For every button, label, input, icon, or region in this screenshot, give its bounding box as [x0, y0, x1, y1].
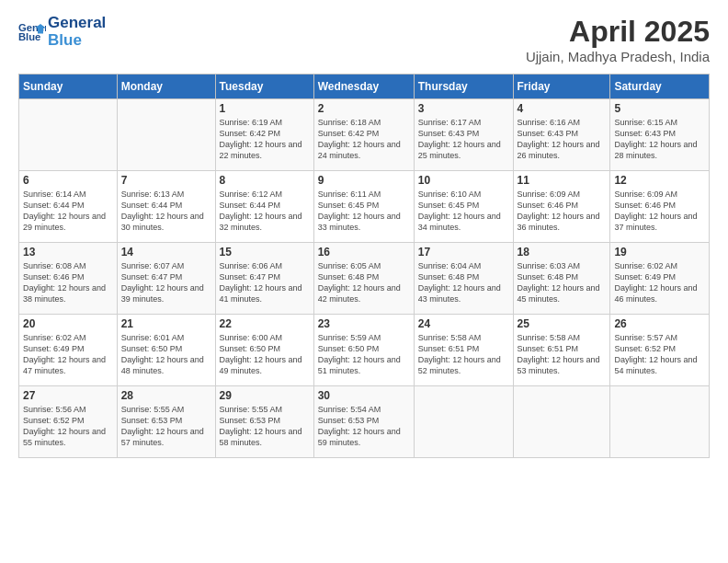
day-number: 2 — [318, 102, 410, 115]
cell-info: Sunrise: 5:56 AM Sunset: 6:52 PM Dayligh… — [23, 404, 113, 449]
cell-5-2: 28Sunrise: 5:55 AM Sunset: 6:53 PM Dayli… — [117, 386, 215, 458]
cell-info: Sunrise: 5:55 AM Sunset: 6:53 PM Dayligh… — [220, 404, 310, 449]
cell-4-1: 20Sunrise: 6:02 AM Sunset: 6:49 PM Dayli… — [19, 315, 118, 386]
col-header-sunday: Sunday — [19, 75, 118, 99]
col-header-tuesday: Tuesday — [215, 75, 313, 99]
cell-3-1: 13Sunrise: 6:08 AM Sunset: 6:46 PM Dayli… — [19, 243, 118, 315]
svg-text:Blue: Blue — [18, 31, 40, 42]
cell-info: Sunrise: 5:58 AM Sunset: 6:51 PM Dayligh… — [518, 332, 607, 377]
cell-1-3: 1Sunrise: 6:19 AM Sunset: 6:42 PM Daylig… — [215, 99, 313, 171]
cell-info: Sunrise: 6:17 AM Sunset: 6:43 PM Dayligh… — [418, 117, 509, 162]
day-number: 3 — [418, 102, 509, 115]
day-number: 30 — [318, 389, 410, 402]
cell-4-3: 22Sunrise: 6:00 AM Sunset: 6:50 PM Dayli… — [215, 315, 313, 386]
day-number: 27 — [23, 389, 113, 402]
cell-4-6: 25Sunrise: 5:58 AM Sunset: 6:51 PM Dayli… — [513, 315, 610, 386]
page: General Blue General Blue April 2025 Ujj… — [0, 0, 728, 467]
cell-info: Sunrise: 5:57 AM Sunset: 6:52 PM Dayligh… — [614, 332, 705, 377]
cell-info: Sunrise: 6:12 AM Sunset: 6:44 PM Dayligh… — [220, 189, 310, 234]
cell-info: Sunrise: 6:10 AM Sunset: 6:45 PM Dayligh… — [418, 189, 509, 234]
cell-3-6: 18Sunrise: 6:03 AM Sunset: 6:48 PM Dayli… — [513, 243, 610, 315]
col-header-wednesday: Wednesday — [313, 75, 414, 99]
cell-4-7: 26Sunrise: 5:57 AM Sunset: 6:52 PM Dayli… — [610, 315, 710, 386]
cell-info: Sunrise: 6:15 AM Sunset: 6:43 PM Dayligh… — [614, 117, 705, 162]
cell-info: Sunrise: 6:02 AM Sunset: 6:49 PM Dayligh… — [614, 260, 705, 305]
cell-1-7: 5Sunrise: 6:15 AM Sunset: 6:43 PM Daylig… — [610, 99, 710, 171]
day-number: 26 — [614, 317, 705, 330]
cell-3-2: 14Sunrise: 6:07 AM Sunset: 6:47 PM Dayli… — [117, 243, 215, 315]
cell-info: Sunrise: 5:59 AM Sunset: 6:50 PM Dayligh… — [318, 332, 410, 377]
day-number: 16 — [318, 246, 410, 259]
cell-info: Sunrise: 6:02 AM Sunset: 6:49 PM Dayligh… — [23, 332, 113, 377]
cell-info: Sunrise: 6:00 AM Sunset: 6:50 PM Dayligh… — [220, 332, 310, 377]
cell-1-1 — [19, 99, 118, 171]
logo: General Blue General Blue — [18, 15, 106, 49]
cell-info: Sunrise: 6:01 AM Sunset: 6:50 PM Dayligh… — [121, 332, 211, 377]
cell-1-2 — [117, 99, 215, 171]
logo-general: General — [48, 15, 106, 32]
day-number: 9 — [318, 174, 410, 187]
day-number: 1 — [220, 102, 310, 115]
cell-2-4: 9Sunrise: 6:11 AM Sunset: 6:45 PM Daylig… — [313, 171, 414, 243]
day-number: 24 — [418, 317, 509, 330]
cell-3-5: 17Sunrise: 6:04 AM Sunset: 6:48 PM Dayli… — [414, 243, 513, 315]
cell-info: Sunrise: 6:03 AM Sunset: 6:48 PM Dayligh… — [518, 260, 607, 305]
day-number: 29 — [220, 389, 310, 402]
logo-icon: General Blue — [18, 18, 46, 46]
title-block: April 2025 Ujjain, Madhya Pradesh, India — [526, 15, 710, 64]
cell-4-5: 24Sunrise: 5:58 AM Sunset: 6:51 PM Dayli… — [414, 315, 513, 386]
cell-2-5: 10Sunrise: 6:10 AM Sunset: 6:45 PM Dayli… — [414, 171, 513, 243]
cell-5-3: 29Sunrise: 5:55 AM Sunset: 6:53 PM Dayli… — [215, 386, 313, 458]
day-number: 6 — [23, 174, 113, 187]
header-row: SundayMondayTuesdayWednesdayThursdayFrid… — [19, 75, 710, 99]
col-header-saturday: Saturday — [610, 75, 710, 99]
cell-info: Sunrise: 6:06 AM Sunset: 6:47 PM Dayligh… — [220, 260, 310, 305]
day-number: 22 — [220, 317, 310, 330]
week-row-3: 13Sunrise: 6:08 AM Sunset: 6:46 PM Dayli… — [19, 243, 710, 315]
cell-5-4: 30Sunrise: 5:54 AM Sunset: 6:53 PM Dayli… — [313, 386, 414, 458]
day-number: 25 — [518, 317, 607, 330]
cell-5-5 — [414, 386, 513, 458]
day-number: 12 — [614, 174, 705, 187]
col-header-friday: Friday — [513, 75, 610, 99]
cell-1-4: 2Sunrise: 6:18 AM Sunset: 6:42 PM Daylig… — [313, 99, 414, 171]
cell-info: Sunrise: 6:07 AM Sunset: 6:47 PM Dayligh… — [121, 260, 211, 305]
week-row-5: 27Sunrise: 5:56 AM Sunset: 6:52 PM Dayli… — [19, 386, 710, 458]
cell-3-7: 19Sunrise: 6:02 AM Sunset: 6:49 PM Dayli… — [610, 243, 710, 315]
cell-3-4: 16Sunrise: 6:05 AM Sunset: 6:48 PM Dayli… — [313, 243, 414, 315]
day-number: 7 — [121, 174, 211, 187]
logo-blue: Blue — [48, 32, 106, 50]
cell-1-5: 3Sunrise: 6:17 AM Sunset: 6:43 PM Daylig… — [414, 99, 513, 171]
cell-5-1: 27Sunrise: 5:56 AM Sunset: 6:52 PM Dayli… — [19, 386, 118, 458]
cell-info: Sunrise: 5:58 AM Sunset: 6:51 PM Dayligh… — [418, 332, 509, 377]
day-number: 11 — [518, 174, 607, 187]
cell-2-7: 12Sunrise: 6:09 AM Sunset: 6:46 PM Dayli… — [610, 171, 710, 243]
cell-info: Sunrise: 6:18 AM Sunset: 6:42 PM Dayligh… — [318, 117, 410, 162]
day-number: 20 — [23, 317, 113, 330]
cell-3-3: 15Sunrise: 6:06 AM Sunset: 6:47 PM Dayli… — [215, 243, 313, 315]
day-number: 10 — [418, 174, 509, 187]
cell-info: Sunrise: 6:09 AM Sunset: 6:46 PM Dayligh… — [518, 189, 607, 234]
calendar-table: SundayMondayTuesdayWednesdayThursdayFrid… — [18, 74, 710, 458]
cell-info: Sunrise: 6:14 AM Sunset: 6:44 PM Dayligh… — [23, 189, 113, 234]
day-number: 19 — [614, 246, 705, 259]
day-number: 17 — [418, 246, 509, 259]
cell-info: Sunrise: 6:05 AM Sunset: 6:48 PM Dayligh… — [318, 260, 410, 305]
week-row-2: 6Sunrise: 6:14 AM Sunset: 6:44 PM Daylig… — [19, 171, 710, 243]
cell-info: Sunrise: 6:13 AM Sunset: 6:44 PM Dayligh… — [121, 189, 211, 234]
day-number: 18 — [518, 246, 607, 259]
day-number: 8 — [220, 174, 310, 187]
header: General Blue General Blue April 2025 Ujj… — [18, 15, 710, 64]
day-number: 23 — [318, 317, 410, 330]
cell-5-7 — [610, 386, 710, 458]
cell-5-6 — [513, 386, 610, 458]
cell-4-2: 21Sunrise: 6:01 AM Sunset: 6:50 PM Dayli… — [117, 315, 215, 386]
cell-info: Sunrise: 6:08 AM Sunset: 6:46 PM Dayligh… — [23, 260, 113, 305]
week-row-1: 1Sunrise: 6:19 AM Sunset: 6:42 PM Daylig… — [19, 99, 710, 171]
cell-info: Sunrise: 6:11 AM Sunset: 6:45 PM Dayligh… — [318, 189, 410, 234]
location: Ujjain, Madhya Pradesh, India — [526, 49, 710, 64]
day-number: 28 — [121, 389, 211, 402]
cell-info: Sunrise: 6:19 AM Sunset: 6:42 PM Dayligh… — [220, 117, 310, 162]
col-header-thursday: Thursday — [414, 75, 513, 99]
day-number: 5 — [614, 102, 705, 115]
